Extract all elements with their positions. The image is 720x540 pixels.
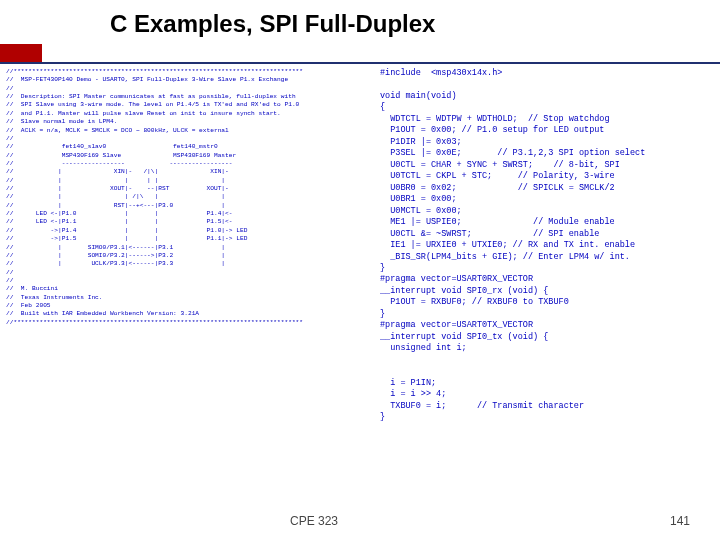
right-code-block: #include <msp430x14x.h> void main(void) …	[380, 68, 710, 424]
footer-page-number: 141	[670, 514, 690, 528]
accent-block	[0, 44, 42, 62]
footer-course: CPE 323	[290, 514, 338, 528]
slide: C Examples, SPI Full-Duplex //**********…	[0, 0, 720, 540]
divider-line	[0, 62, 720, 64]
slide-title: C Examples, SPI Full-Duplex	[110, 10, 435, 38]
left-code-block: //**************************************…	[6, 68, 378, 327]
